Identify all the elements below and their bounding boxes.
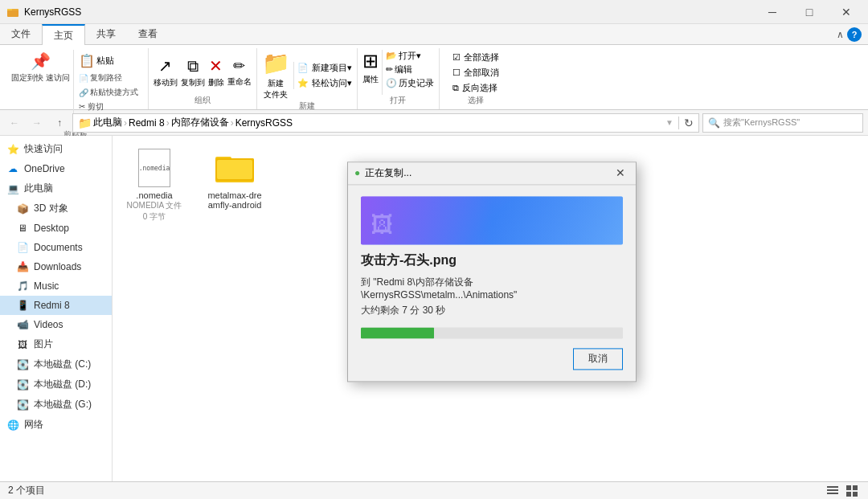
svg-rect-11 [853, 485, 858, 490]
search-box[interactable]: 🔍 搜索"KernysRGSS" [702, 113, 863, 133]
dialog-titlebar: ● 正在复制... ✕ [348, 162, 636, 185]
dialog-time-remaining: 大约剩余 7 分 30 秒 [361, 304, 623, 317]
dialog-body: 🖼 攻击方-石头.png 到 "Redmi 8\内部存储设备\KernysRGS… [348, 185, 636, 381]
music-icon: 🎵 [16, 280, 29, 292]
history-icon: 🕐 [386, 78, 397, 88]
edit-icon: ✏ [386, 64, 393, 75]
refresh-icon[interactable]: ↻ [684, 117, 694, 129]
sidebar-pictures-label: 图片 [34, 337, 53, 351]
new-item-button[interactable]: 📄 新建项目▾ [297, 62, 352, 74]
sidebar-item-3d[interactable]: 📦 3D 对象 [0, 198, 112, 219]
forward-button[interactable]: → [27, 113, 47, 133]
back-button[interactable]: ← [5, 113, 24, 133]
tab-share[interactable]: 共享 [85, 24, 127, 44]
invert-select-button[interactable]: ⧉ 反向选择 [452, 82, 499, 94]
sidebar-downloads-label: Downloads [34, 261, 81, 272]
path-part-1[interactable]: 此电脑 [93, 116, 122, 129]
move-button[interactable]: ↗ 移动到 [154, 56, 178, 88]
pictures-icon: 🖼 [16, 338, 29, 351]
help-icon[interactable]: ? [847, 27, 862, 42]
expand-ribbon-icon[interactable]: ∧ [837, 29, 844, 40]
maximize-button[interactable]: □ [791, 0, 828, 24]
sidebar-item-pictures[interactable]: 🖼 图片 [0, 334, 112, 354]
progress-bar-fill [361, 327, 434, 338]
paste-btn[interactable]: 📋 粘贴 [76, 51, 141, 70]
paste-path-btn[interactable]: 📄 复制路径 [76, 72, 141, 84]
sidebar-item-documents[interactable]: 📄 Documents [0, 238, 112, 257]
list-view-button[interactable] [825, 483, 841, 499]
history-button[interactable]: 🕐 历史记录 [386, 77, 434, 89]
grid-view-button[interactable] [844, 483, 860, 499]
sidebar-videos-label: Videos [34, 319, 63, 330]
sidebar-item-downloads[interactable]: 📥 Downloads [0, 257, 112, 276]
videos-icon: 📹 [16, 318, 29, 331]
properties-button[interactable]: ⊞ 属性 [362, 50, 379, 95]
svg-rect-7 [827, 486, 838, 488]
organize-group: ↗ 移动到 ⧉ 复制到 ✕ 删除 ✏ 重命名 组织 [149, 48, 257, 109]
organize-label: 组织 [194, 95, 211, 108]
dialog-close-button[interactable]: ✕ [612, 164, 629, 182]
up-button[interactable]: ↑ [50, 113, 69, 133]
path-dropdown-icon[interactable]: ▼ [665, 118, 674, 127]
svg-rect-13 [853, 492, 858, 497]
dialog-title: 正在复制... [365, 166, 411, 180]
sidebar-item-drive-g[interactable]: 💽 本地磁盘 (G:) [0, 395, 112, 415]
invert-icon: ⧉ [452, 83, 459, 93]
paste-label: 粘贴 [96, 55, 114, 67]
sidebar-item-quick-access[interactable]: ⭐ 快速访问 [0, 139, 112, 159]
nomedia-file-type: NOMEDIA 文件 [127, 200, 182, 211]
close-button[interactable]: ✕ [828, 0, 865, 24]
paste-shortcut-icon: 🔗 [79, 88, 88, 97]
paste-shortcut-btn[interactable]: 🔗 粘贴快捷方式 [76, 86, 141, 99]
rename-button[interactable]: ✏ 重命名 [227, 57, 252, 88]
search-icon: 🔍 [708, 117, 720, 129]
sidebar-item-videos[interactable]: 📹 Videos [0, 315, 112, 334]
path-box[interactable]: 📁 此电脑 › Redmi 8 › 内部存储设备 › KernysRGSS ▼ … [72, 113, 699, 133]
dialog-file-bg-icon: 🖼 [371, 211, 393, 238]
sidebar-item-redmi8[interactable]: 📱 Redmi 8 [0, 296, 112, 315]
downloads-icon: 📥 [16, 260, 29, 273]
paste-path-icon: 📄 [79, 74, 88, 83]
sidebar-item-drive-d[interactable]: 💽 本地磁盘 (D:) [0, 374, 112, 395]
easy-access-button[interactable]: ⭐ 轻松访问▾ [297, 77, 352, 89]
path-part-2[interactable]: Redmi 8 [129, 117, 165, 129]
open-button[interactable]: 📂 打开▾ [386, 50, 434, 62]
sidebar-item-desktop[interactable]: 🖥 Desktop [0, 219, 112, 238]
sidebar-item-music[interactable]: 🎵 Music [0, 276, 112, 296]
select-none-button[interactable]: ☐ 全部取消 [452, 67, 499, 79]
sidebar-item-network[interactable]: 🌐 网络 [0, 415, 112, 435]
edit-button[interactable]: ✏ 编辑 [386, 63, 434, 76]
sidebar-quick-access-label: 快速访问 [24, 142, 63, 156]
properties-icon: ⊞ [362, 50, 379, 72]
path-part-3[interactable]: 内部存储设备 [171, 116, 229, 129]
cancel-button[interactable]: 取消 [573, 348, 623, 370]
drive-d-icon: 💽 [16, 378, 29, 391]
file-item-metalmax[interactable]: metalmax-dreamfly-android [203, 145, 267, 226]
clipboard-group: 📌 固定到快 速访问 📋 粘贴 📄 复制路径 🔗 粘贴快捷方式 [3, 48, 149, 109]
tab-view[interactable]: 查看 [127, 24, 169, 44]
sidebar-item-onedrive[interactable]: ☁ OneDrive [0, 159, 112, 178]
minimize-button[interactable]: ─ [754, 0, 791, 24]
sidebar-this-pc-label: 此电脑 [24, 182, 53, 195]
new-label: 新建 [299, 100, 315, 113]
nomedia-file-name: .nomedia [136, 190, 172, 200]
copyto-button[interactable]: ⧉ 复制到 [181, 57, 205, 88]
select-all-button[interactable]: ☑ 全部选择 [452, 51, 499, 63]
open-icon: 📂 [386, 51, 397, 61]
dialog-filename: 攻击方-石头.png [361, 252, 623, 269]
sidebar-item-this-pc[interactable]: 💻 此电脑 [0, 178, 112, 198]
path-part-4[interactable]: KernysRGSS [235, 117, 293, 129]
sidebar-item-drive-c[interactable]: 💽 本地磁盘 (C:) [0, 354, 112, 374]
tab-file[interactable]: 文件 [0, 24, 42, 44]
new-group: 📁 新建文件夹 📄 新建项目▾ ⭐ 轻松访问▾ 新建 [257, 48, 358, 109]
new-folder-button[interactable]: 📁 新建文件夹 [262, 50, 290, 100]
tab-home[interactable]: 主页 [42, 24, 85, 45]
metalmax-folder-icon [215, 149, 254, 187]
delete-button[interactable]: ✕ 删除 [208, 56, 224, 88]
file-item-nomedia[interactable]: .nomedia .nomedia NOMEDIA 文件 0 字节 [122, 145, 186, 226]
svg-rect-6 [217, 160, 252, 179]
new-item-icon: 📄 [297, 63, 309, 73]
cut-btn[interactable]: ✂ 剪切 [76, 100, 141, 113]
sidebar-desktop-label: Desktop [34, 223, 69, 234]
delete-icon: ✕ [209, 56, 223, 76]
